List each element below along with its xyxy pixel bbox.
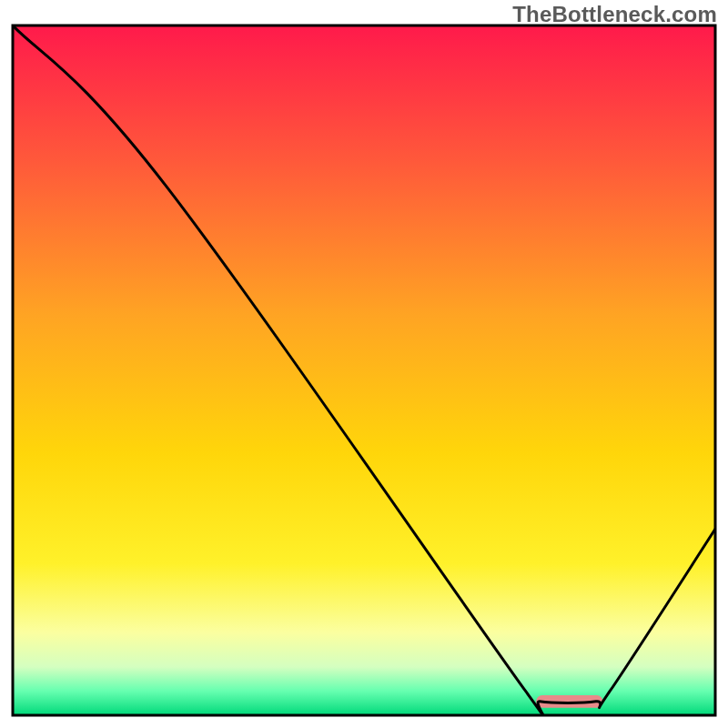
watermark-text: TheBottleneck.com [512,2,717,27]
bottleneck-chart [0,0,728,728]
chart-container: TheBottleneck.com [0,0,728,728]
